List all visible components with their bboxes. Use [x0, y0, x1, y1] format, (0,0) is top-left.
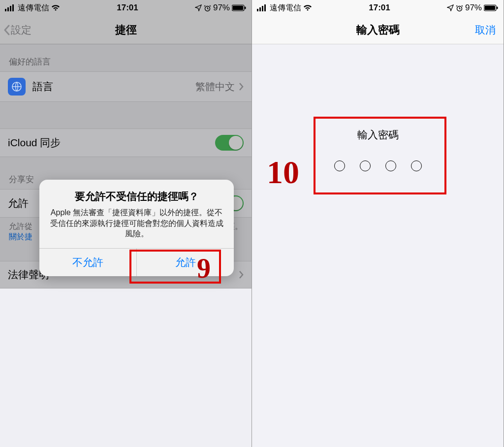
- status-right: 97%: [447, 3, 499, 13]
- passcode-entry: 輸入密碼: [252, 128, 504, 171]
- signal-icon: [257, 4, 268, 11]
- nav-bar: 輸入密碼 取消: [252, 16, 504, 44]
- svg-rect-12: [264, 4, 266, 11]
- passcode-prompt: 輸入密碼: [252, 128, 504, 142]
- battery-label: 97%: [465, 3, 482, 13]
- screenshot-left: 遠傳電信 17:01 97% 設定 捷徑 偏好的語言 語言 繁體中文: [0, 0, 252, 447]
- status-bar: 遠傳電信 17:01 97%: [252, 0, 504, 16]
- svg-rect-11: [262, 6, 263, 11]
- passcode-dots[interactable]: [252, 160, 504, 171]
- screenshot-right: 遠傳電信 17:01 97% 輸入密碼 取消 輸入密碼 10: [252, 0, 504, 447]
- passcode-dot: [385, 160, 396, 171]
- cancel-button[interactable]: 取消: [475, 16, 496, 44]
- passcode-dot: [334, 160, 345, 171]
- carrier-label: 遠傳電信: [270, 3, 301, 13]
- location-icon: [447, 4, 454, 11]
- alert-title: 要允許不受信任的捷徑嗎？: [48, 190, 225, 203]
- svg-rect-10: [259, 7, 261, 11]
- alarm-icon: [456, 4, 463, 12]
- passcode-dot: [411, 160, 422, 171]
- alert-untrusted: 要允許不受信任的捷徑嗎？ Apple 無法審查「捷徑資料庫」以外的捷徑。從不受信…: [39, 180, 234, 276]
- status-time: 17:01: [369, 3, 390, 13]
- svg-rect-9: [257, 9, 258, 11]
- alert-deny-button[interactable]: 不允許: [39, 249, 136, 276]
- passcode-dot: [360, 160, 371, 171]
- battery-icon: [484, 4, 499, 11]
- svg-rect-15: [484, 6, 495, 10]
- status-left: 遠傳電信: [257, 3, 312, 13]
- nav-title: 輸入密碼: [356, 23, 400, 37]
- svg-rect-16: [497, 7, 498, 9]
- alert-allow-button[interactable]: 允許: [136, 249, 234, 276]
- wifi-icon: [303, 4, 312, 11]
- alert-message: Apple 無法審查「捷徑資料庫」以外的捷徑。從不受信任的來源執行捷徑可能會對您…: [48, 207, 225, 239]
